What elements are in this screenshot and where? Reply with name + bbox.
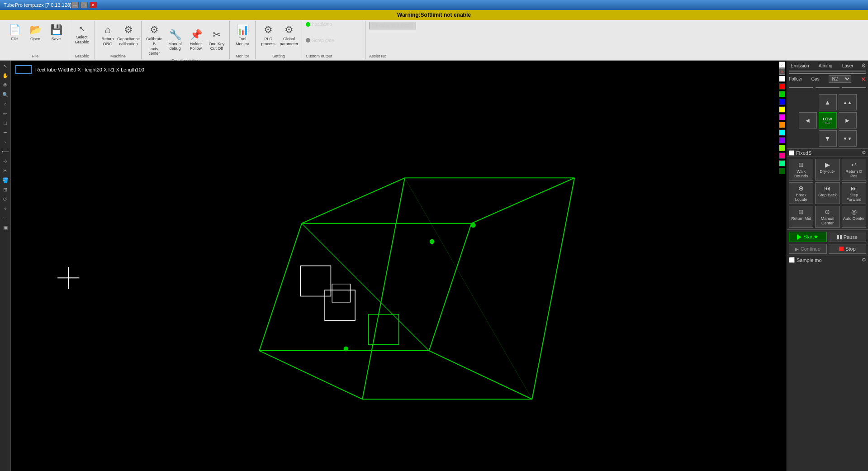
down-row: ▼ ▼▼	[799, 130, 857, 147]
measure-tool[interactable]: ⟵	[1, 147, 10, 156]
move-left-button[interactable]: ◄	[799, 112, 817, 128]
file-group-label: File	[32, 54, 39, 58]
color-teal[interactable]	[779, 160, 785, 167]
dry-cut-button[interactable]: ▶ Dry-cut+	[815, 159, 840, 181]
canvas-area[interactable]: Rect tube Width60 X Height20 X R1 X Leng…	[11, 61, 787, 471]
zoom-tool[interactable]: 🔍	[1, 90, 10, 99]
start-button[interactable]: Start★	[789, 232, 827, 242]
tab-emission[interactable]: Emission	[789, 63, 811, 69]
color-orange[interactable]	[779, 122, 785, 128]
move-down-button[interactable]: ▼	[819, 130, 837, 147]
transform-tool[interactable]: ⟳	[1, 195, 10, 204]
walk-bounds-button[interactable]: ⊞ Walk Bounds	[789, 159, 813, 181]
calibrate-b-button[interactable]: ⚙ Calibrate Baxis center	[144, 22, 164, 58]
panel-tool[interactable]: ▣	[1, 223, 10, 232]
slider-row	[789, 85, 866, 88]
move-z-down-button[interactable]: ▼▼	[839, 130, 857, 147]
n2-label: N2	[829, 75, 851, 83]
plc-process-button[interactable]: ⚙ PLCprocess	[258, 22, 278, 49]
gas-slider[interactable]	[816, 87, 840, 88]
file-open-button[interactable]: 📂 Open	[25, 22, 45, 49]
fill-tool[interactable]: 🪣	[1, 176, 10, 185]
curve-tool[interactable]: ~	[1, 138, 10, 147]
pan-tool[interactable]: ✋	[1, 71, 10, 80]
stop-button[interactable]: Stop	[829, 244, 867, 254]
minimize-button[interactable]: —	[71, 2, 79, 8]
toolbar-group-graphic: ↖ SelectGraphic Graphic	[69, 21, 95, 59]
color-blue[interactable]	[779, 99, 785, 105]
scrap-gate-label[interactable]: Scrap gate	[312, 38, 334, 43]
laser-settings-gear-icon[interactable]: ⚙	[861, 62, 866, 69]
array-tool[interactable]: ⊞	[1, 185, 10, 194]
continue-button[interactable]: ▶ Continue	[789, 244, 827, 254]
color-yellow[interactable]	[779, 106, 785, 113]
manual-debug-button[interactable]: 🔧 Manualdebug	[165, 27, 185, 54]
gas-label: Gas	[811, 76, 819, 81]
color-dark-green[interactable]	[779, 168, 785, 174]
segment-tool[interactable]: ⋯	[1, 214, 10, 223]
color-cyan[interactable]	[779, 129, 785, 136]
svg-line-5	[429, 224, 471, 351]
file-save-button[interactable]: 💾 Save	[46, 22, 66, 49]
n2-slider[interactable]	[842, 87, 866, 88]
canvas-x-mark[interactable]: ✕	[779, 68, 785, 75]
return-mid-button[interactable]: ⊞ Return Mid	[789, 206, 813, 228]
main-layout: ↖ ✋ 👁 🔍 ○ ✏ □ ━ ~ ⟵ ⊹ ✂ 🪣 ⊞ ⟳ ⌖ ⋯ ▣ Rect…	[0, 61, 868, 471]
node-tool[interactable]: ⊹	[1, 157, 10, 166]
color-pink[interactable]	[779, 152, 785, 159]
line-tool[interactable]: ━	[1, 128, 10, 137]
tool-monitor-button[interactable]: 📊 ToolMonitor	[232, 22, 252, 49]
return-org-button[interactable]: ⌂ ReturnORG	[98, 22, 118, 49]
enable-pick-part-button[interactable]: Enable Pick Part	[369, 22, 416, 29]
move-z-up-button[interactable]: ▲▲	[839, 94, 857, 110]
pause-button[interactable]: Pause	[829, 232, 867, 242]
move-right-button[interactable]: ►	[839, 112, 857, 128]
step-forward-button[interactable]: ⏭ Step Forward	[842, 182, 866, 204]
tab-aiming[interactable]: Aiming	[817, 63, 835, 69]
pen-tool[interactable]: ✏	[1, 109, 10, 118]
tab-laser[interactable]: Laser	[840, 63, 855, 69]
rect-tool[interactable]: □	[1, 119, 10, 128]
svg-rect-8	[300, 266, 331, 296]
holder-follow-button[interactable]: 📌 HolderFollow	[186, 27, 206, 54]
auto-center-button[interactable]: ◎ Auto Center	[842, 206, 866, 228]
select-graphic-button[interactable]: ↖ SelectGraphic	[72, 22, 92, 49]
break-tool[interactable]: ✂	[1, 166, 10, 175]
svg-point-14	[344, 347, 349, 352]
one-key-cutoff-button[interactable]: ✂ One KeyCut Off	[207, 27, 227, 54]
manual-center-button[interactable]: ⊙ Manual Center	[815, 206, 840, 228]
select-tool[interactable]: ↖	[1, 62, 10, 71]
sample-mo-gear-icon[interactable]: ⚙	[862, 257, 866, 263]
circle-tool[interactable]: ○	[1, 100, 10, 109]
break-locate-button[interactable]: ⊕ Break Locate	[789, 182, 813, 204]
follow-slider[interactable]	[789, 87, 813, 88]
color-red[interactable]	[779, 83, 785, 90]
fixed-s-gear-icon[interactable]: ⚙	[862, 150, 866, 156]
toolbar-group-function-debug: ⚙ Calibrate Baxis center 🔧 Manualdebug 📌…	[142, 21, 230, 59]
headlamp-row: headlamp	[306, 22, 361, 27]
move-up-button[interactable]: ▲	[819, 94, 837, 110]
eye-tool[interactable]: 👁	[1, 81, 10, 90]
laser-close-icon[interactable]: ✕	[861, 76, 866, 82]
capacitance-cal-button[interactable]: ⚙ Capacitancecalibration	[119, 22, 138, 49]
global-param-button[interactable]: ⚙ Globalparameter	[279, 22, 299, 49]
path-tool[interactable]: ⌖	[1, 204, 10, 213]
sample-mo-checkbox[interactable]	[789, 257, 795, 263]
color-white[interactable]	[779, 76, 785, 82]
color-green[interactable]	[779, 91, 785, 97]
headlamp-label[interactable]: headlamp	[312, 22, 332, 27]
fixed-s-checkbox[interactable]	[789, 150, 794, 156]
n2-select[interactable]: N2	[829, 75, 851, 83]
step-back-button[interactable]: ⏮ Step Back	[815, 182, 840, 204]
step-back-label: Step Back	[818, 193, 837, 197]
canvas-check-mark[interactable]: ✓	[779, 62, 785, 68]
file-new-button[interactable]: 📄 File	[5, 22, 24, 49]
color-purple[interactable]	[779, 137, 785, 143]
maximize-button[interactable]: □	[81, 2, 88, 8]
color-lime[interactable]	[779, 145, 785, 151]
canvas-right-bar: ✓ ✕	[778, 61, 787, 471]
close-button[interactable]: ✕	[90, 2, 97, 8]
color-magenta[interactable]	[779, 114, 785, 120]
return-o-pos-button[interactable]: ↩ Return O Pos	[842, 159, 866, 181]
low-high-button[interactable]: LOW HIGH	[819, 112, 837, 128]
